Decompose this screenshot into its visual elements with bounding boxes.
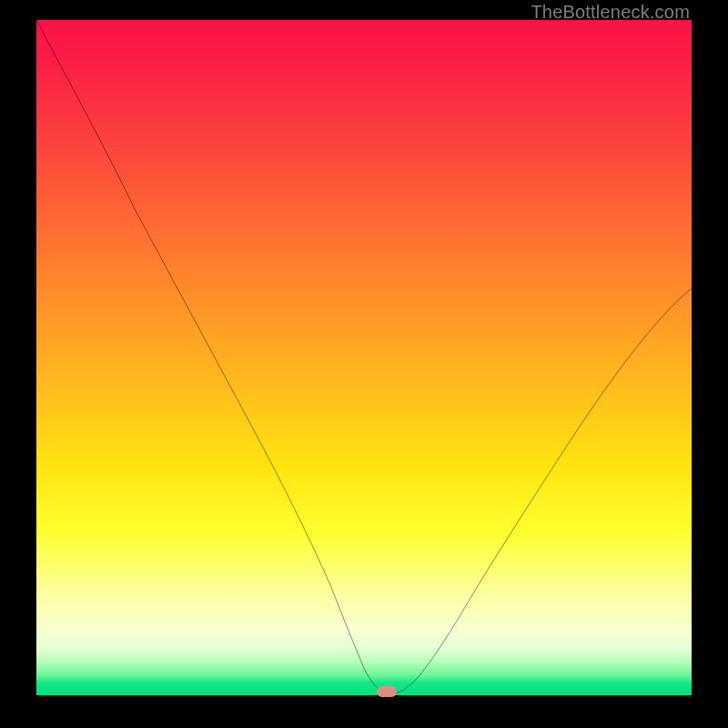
bottleneck-curve xyxy=(36,20,692,695)
chart-frame: TheBottleneck.com xyxy=(0,0,728,728)
optimal-point-marker xyxy=(377,686,397,697)
plot-area xyxy=(36,20,692,695)
